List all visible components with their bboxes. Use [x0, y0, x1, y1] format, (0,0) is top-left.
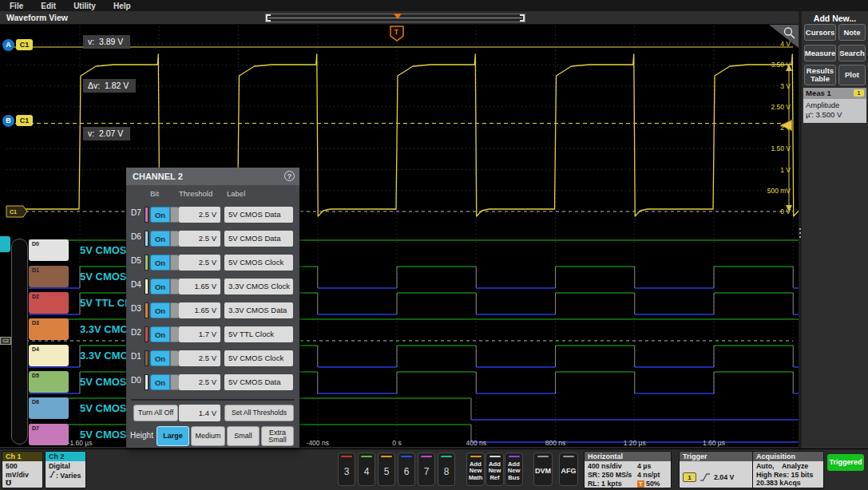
menu-bar: FileEditUtilityHelp: [0, 0, 868, 11]
volt-scale-label: 3.50 V: [771, 61, 791, 69]
cursor-a-source-badge[interactable]: C1: [16, 39, 33, 50]
bit-label-field[interactable]: 5V CMOS Data: [224, 207, 293, 223]
bit-on-toggle[interactable]: On: [150, 302, 170, 318]
bit-on-toggle[interactable]: On: [150, 207, 170, 223]
ch1-badge[interactable]: Ch 1 500 mV/div ℧ 100 MHz BW: [2, 451, 43, 488]
afg-button[interactable]: AFG: [559, 452, 578, 486]
trigger-position: T50%: [637, 480, 669, 488]
dialog-separator: [131, 399, 295, 401]
bit-threshold-field[interactable]: 2.5 V: [179, 255, 220, 271]
measurement-badge[interactable]: Meas 1 1 Amplitude µ': 3.500 V: [803, 88, 866, 123]
bit-on-toggle[interactable]: On: [150, 279, 170, 294]
add-new-search-button[interactable]: Search: [838, 45, 866, 61]
digital-bit-chip-d4[interactable]: D4: [29, 345, 69, 366]
bit-label-field[interactable]: 3.3V CMOS Data: [224, 302, 293, 318]
ch1-header: Ch 1: [2, 452, 42, 461]
add-new-measure-button[interactable]: Measure: [804, 45, 836, 61]
bit-label-field[interactable]: 3.3V CMOS Clock: [224, 279, 293, 294]
channel-3-button[interactable]: 3: [338, 452, 355, 486]
all-threshold-field[interactable]: 1.4 V: [179, 405, 220, 421]
bit-label-field[interactable]: 5V TTL Clock: [224, 326, 293, 342]
cursor-b-source-badge[interactable]: C1: [16, 115, 33, 126]
add-new-cursors-button[interactable]: Cursors: [804, 24, 836, 41]
overview-trigger-marker-icon[interactable]: [394, 14, 402, 19]
turn-all-off-button[interactable]: Turn All Off: [133, 405, 178, 421]
channel-6-button[interactable]: 6: [398, 452, 415, 486]
acquisition-overview-bar[interactable]: [265, 14, 525, 22]
bit-on-toggle[interactable]: On: [150, 231, 170, 247]
digital-bit-chip-d7[interactable]: D7: [29, 424, 69, 445]
dialog-title-bar[interactable]: CHANNEL 2 ?: [126, 168, 299, 185]
ch2-mode: Digital: [49, 462, 82, 471]
digital-bit-chip-d0[interactable]: D0: [29, 239, 69, 261]
bit-threshold-field[interactable]: 1.7 V: [179, 326, 220, 342]
menu-item-utility[interactable]: Utility: [73, 2, 96, 10]
overview-right-bracket-icon[interactable]: [520, 14, 525, 22]
cursor-a-badge[interactable]: A: [2, 39, 14, 51]
bit-threshold-field[interactable]: 2.5 V: [179, 207, 220, 223]
sample-resolution: 4 ns/pt: [637, 471, 669, 480]
menu-item-file[interactable]: File: [10, 2, 23, 10]
bit-threshold-field[interactable]: 2.5 V: [179, 231, 220, 247]
digital-bit-chip-d5[interactable]: D5: [29, 371, 69, 393]
bit-threshold-field[interactable]: 2.5 V: [179, 374, 220, 390]
digital-group-bracket[interactable]: [11, 239, 28, 445]
trigger-settings: 1 2.04 V: [680, 461, 755, 488]
bit-on-toggle[interactable]: On: [150, 374, 170, 390]
bit-color-chip: [145, 279, 149, 294]
ch1-bandwidth: 100 MHz BW: [6, 488, 39, 488]
bit-color-chip: [145, 374, 149, 390]
height-option-extra-small[interactable]: Extra Small: [261, 426, 294, 446]
measurement-header: Meas 1 1: [803, 88, 866, 99]
digital-group-handle[interactable]: [0, 236, 10, 252]
divider-grip-icon[interactable]: [799, 228, 801, 230]
add-new-results-table-button[interactable]: Results Table: [804, 65, 836, 85]
waveform-display[interactable]: C1T4 V3.50 V3 V2.50 V2 V1.50 V1 V500 mV0…: [0, 25, 799, 447]
menu-item-edit[interactable]: Edit: [41, 2, 56, 10]
set-all-thresholds-button[interactable]: Set All Thresholds: [224, 405, 294, 421]
cursor-b-badge[interactable]: B: [2, 115, 14, 127]
channel-8-button[interactable]: 8: [438, 452, 455, 486]
height-option-large[interactable]: Large: [157, 426, 189, 446]
help-icon[interactable]: ?: [284, 171, 295, 181]
digital-bit-chip-d2[interactable]: D2: [29, 292, 69, 314]
bit-threshold-field[interactable]: 1.65 V: [179, 279, 220, 294]
bit-on-toggle[interactable]: On: [150, 326, 170, 342]
bit-label-field[interactable]: 5V CMOS Clock: [224, 255, 293, 271]
height-option-medium[interactable]: Medium: [191, 426, 225, 446]
bit-on-toggle[interactable]: On: [150, 255, 170, 271]
bit-name: D1: [131, 352, 145, 361]
digital-bit-chip-d6[interactable]: D6: [29, 397, 69, 419]
digital-channel-position-marker[interactable]: C2: [0, 337, 11, 345]
ch2-badge[interactable]: Ch 2 Digital : Varies: [45, 451, 86, 488]
height-option-small[interactable]: Small: [227, 426, 260, 446]
digital-bit-chip-d3[interactable]: D3: [29, 318, 69, 340]
bit-label-field[interactable]: 5V CMOS Data: [224, 231, 293, 247]
dvm-button[interactable]: DVM: [533, 452, 553, 486]
acquisition-mode: Auto, Analyze: [756, 462, 820, 471]
bit-on-toggle[interactable]: On: [150, 350, 170, 366]
menu-item-help[interactable]: Help: [113, 2, 131, 10]
bit-label-field[interactable]: 5V CMOS Clock: [224, 350, 293, 366]
horizontal-badge[interactable]: Horizontal 400 ns/div 4 µs SR: 250 MS/s …: [584, 451, 672, 488]
measurement-source-badge: 1: [854, 89, 864, 97]
tab-waveform-view[interactable]: Waveform View: [6, 13, 68, 22]
add-new-plot-button[interactable]: Plot: [838, 65, 866, 85]
acquisition-badge[interactable]: Acquisition Auto, Analyze High Res: 15 b…: [752, 451, 824, 488]
channel-4-button[interactable]: 4: [358, 452, 375, 486]
channel-7-button[interactable]: 7: [418, 452, 435, 486]
acquisition-settings: Auto, Analyze High Res: 15 bits 20.383 k…: [753, 461, 823, 488]
bit-threshold-field[interactable]: 2.5 V: [179, 350, 220, 366]
bit-label-field[interactable]: 5V CMOS Data: [224, 374, 293, 390]
add-new-ref-button[interactable]: Add New Ref: [486, 452, 504, 486]
bit-threshold-field[interactable]: 1.65 V: [179, 302, 220, 318]
channel-5-button[interactable]: 5: [378, 452, 395, 486]
digital-bit-chip-d1[interactable]: D1: [29, 266, 69, 287]
bit-row-d4: D4On1.65 V3.3V CMOS Clock: [126, 275, 299, 298]
add-new-bus-button[interactable]: Add New Bus: [505, 452, 523, 486]
threshold-icon: [49, 471, 56, 478]
overview-left-bracket-icon[interactable]: [266, 14, 271, 22]
trigger-badge[interactable]: Trigger 1 2.04 V: [679, 451, 756, 488]
add-new-math-button[interactable]: Add New Math: [466, 452, 485, 486]
add-new-note-button[interactable]: Note: [838, 24, 866, 41]
